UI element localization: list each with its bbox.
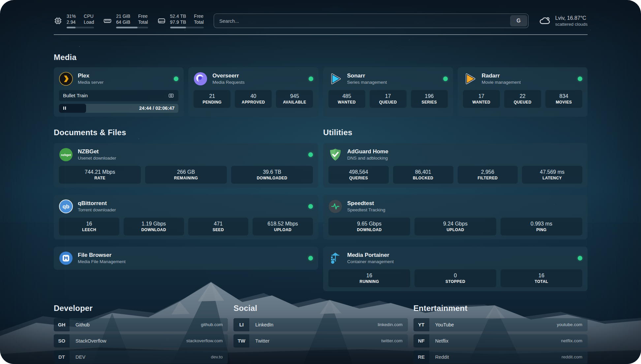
status-online-dot — [309, 76, 313, 81]
plex-now-playing-row: Bullet Train — [59, 90, 178, 101]
stat-remaining: 266 GB REMAINING — [145, 166, 227, 184]
memory-icon — [103, 16, 112, 25]
plex-icon — [59, 72, 73, 86]
service-description: Media server — [78, 79, 169, 85]
service-card-overseerr[interactable]: Overseerr Media Requests 21 PENDING 40 A… — [188, 67, 318, 117]
resource-widget-cpu: 31% 2.94 CPU Load — [54, 13, 94, 28]
bookmark-abbr: SO — [54, 334, 70, 348]
stat-downloaded: 39.6 TB DOWNLOADED — [231, 166, 313, 184]
bookmark-name: StackOverflow — [70, 338, 186, 344]
disk-free-value: 52.4 TB — [170, 13, 186, 19]
qbittorrent-icon: qb — [59, 199, 73, 213]
bookmark-abbr: NF — [413, 334, 429, 348]
overseerr-icon — [194, 72, 207, 86]
topbar-divider — [54, 34, 588, 35]
bookmark-github[interactable]: GH Github github.com — [54, 318, 228, 331]
stat-pending: 21 PENDING — [194, 90, 230, 108]
service-card-sonarr[interactable]: Sonarr Series management 485 WANTED 17 Q… — [323, 67, 453, 117]
service-card-qbittorrent[interactable]: qb qBittorrent Torrent downloader — [54, 195, 318, 239]
bookmark-dev[interactable]: DT DEV dev.to — [54, 350, 228, 364]
bookmark-stackoverflow[interactable]: SO StackOverflow stackoverflow.com — [54, 334, 228, 348]
bookmark-twitter[interactable]: TW Twitter twitter.com — [233, 334, 408, 348]
bookmark-url: github.com — [201, 322, 228, 327]
stat-queries: 498,564 QUERIES — [328, 166, 389, 184]
bookmark-url: twitter.com — [381, 338, 408, 343]
memory-usage-bar — [116, 27, 148, 28]
utilities-column: Utilities — [323, 128, 588, 291]
bookmark-reddit[interactable]: RE Reddit reddit.com — [413, 350, 588, 364]
stat-running: 16 RUNNING — [328, 269, 410, 287]
bookmark-abbr: TW — [233, 334, 249, 348]
memory-usage-bar-fill — [116, 27, 137, 28]
service-card-nzbget[interactable]: nzbget NZBGet Usenet downloader 74 — [54, 143, 318, 188]
service-card-radarr[interactable]: Radarr Movie management 17 WANTED 22 QUE… — [458, 67, 588, 117]
status-online-dot — [443, 76, 448, 81]
snow-specks — [0, 0, 1, 1]
weather-condition: scattered clouds — [555, 21, 588, 27]
cpu-usage-bar-fill — [67, 27, 76, 28]
bookmark-name: YouTube — [429, 322, 557, 327]
service-description: Container management — [347, 259, 573, 265]
bookmark-group-entertainment: Entertainment YT YouTube youtube.com NF … — [413, 304, 588, 364]
dashboard-screen: 31% 2.94 CPU Load — [0, 0, 641, 364]
service-description: Media Requests — [212, 79, 303, 85]
bookmark-linkedin[interactable]: LI LinkedIn linkedin.com — [233, 318, 408, 331]
service-name: qBittorrent — [78, 200, 303, 207]
memory-free-label: Free — [138, 13, 148, 19]
service-card-speedtest[interactable]: Speedtest Speedtest Tracking 9.65 Gbps D… — [323, 195, 588, 239]
service-name: Radarr — [482, 72, 573, 79]
bookmark-url: stackoverflow.com — [186, 338, 228, 343]
bookmark-netflix[interactable]: NF Netflix netflix.com — [413, 334, 588, 348]
bookmark-url: linkedin.com — [378, 322, 408, 327]
bookmark-youtube[interactable]: YT YouTube youtube.com — [413, 318, 588, 331]
service-card-filebrowser[interactable]: File Browser Media File Management — [54, 247, 318, 270]
service-name: Plex — [78, 72, 169, 79]
stat-queued: 22 QUEUED — [504, 90, 541, 108]
cpu-load-label: Load — [84, 19, 94, 25]
memory-free-value: 21 GiB — [116, 13, 130, 19]
stat-ping: 0.993 ms PING — [501, 218, 582, 235]
stat-blocked: 86,401 BLOCKED — [393, 166, 453, 184]
service-card-adguard[interactable]: AdGuard Home DNS and adblocking 498,564 … — [323, 143, 588, 188]
bookmark-name: Netflix — [429, 338, 561, 344]
cpu-load-value: 2.94 — [67, 19, 76, 25]
resource-widgets: 31% 2.94 CPU Load — [54, 13, 204, 28]
stat-rate: 744.21 Mbps RATE — [59, 166, 141, 184]
speedtest-icon — [328, 199, 342, 213]
status-online-dot — [174, 76, 178, 81]
search-provider-button[interactable]: G — [510, 15, 527, 26]
service-description: Speedtest Tracking — [347, 207, 582, 213]
cpu-usage-label: CPU — [84, 13, 94, 19]
bookmark-group-developer: Developer GH Github github.com SO StackO… — [54, 304, 228, 364]
stat-latency: 47.569 ms LATENCY — [522, 166, 582, 184]
pause-icon[interactable] — [63, 106, 67, 110]
nzbget-icon: nzbget — [59, 148, 73, 162]
status-online-dot — [308, 256, 313, 260]
stat-filtered: 2,956 FILTERED — [458, 166, 518, 184]
bookmark-name: LinkedIn — [249, 322, 378, 327]
memory-total-value: 64 GiB — [116, 19, 130, 25]
cpu-usage-bar — [67, 27, 94, 28]
memory-total-label: Total — [138, 19, 148, 25]
filebrowser-icon — [59, 251, 73, 265]
search-input[interactable] — [214, 18, 510, 24]
stat-stopped: 0 STOPPED — [414, 269, 496, 287]
stat-leech: 16 LEECH — [59, 218, 119, 235]
service-card-plex[interactable]: Plex Media server Bullet Train — [54, 67, 184, 117]
svg-text:qb: qb — [63, 203, 70, 210]
portainer-icon — [328, 251, 342, 265]
adguard-icon — [328, 148, 342, 162]
plex-progress-fill — [59, 104, 86, 113]
stat-approved: 40 APPROVED — [235, 90, 272, 108]
status-online-dot — [578, 76, 582, 81]
service-name: Overseerr — [212, 72, 303, 79]
service-name: Speedtest — [347, 200, 582, 207]
disk-usage-bar-fill — [170, 27, 186, 28]
resource-widget-disk: 52.4 TB 97.9 TB Free Total — [157, 13, 204, 28]
now-playing-title: Bullet Train — [63, 93, 168, 98]
bookmark-url: dev.to — [211, 354, 228, 359]
bookmark-name: Twitter — [249, 338, 381, 344]
status-online-dot — [308, 204, 313, 209]
media-type-icon — [168, 92, 174, 99]
service-card-portainer[interactable]: Media Portainer Container management 16 … — [323, 247, 588, 291]
